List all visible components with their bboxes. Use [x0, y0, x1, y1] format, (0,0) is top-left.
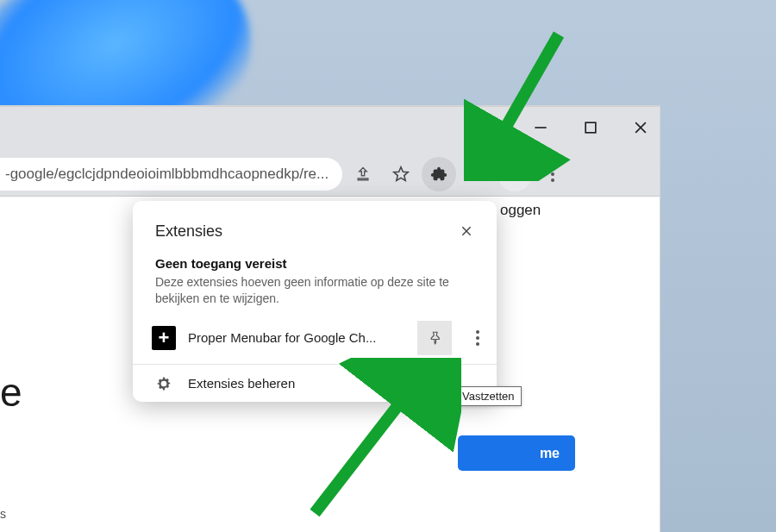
visible-page-text-e: e: [0, 369, 22, 416]
extension-name: Proper Menubar for Google Ch...: [188, 330, 405, 345]
window-titlebar: [0, 107, 660, 152]
window-maximize-icon[interactable]: [582, 119, 599, 140]
url-bar[interactable]: -google/egclcjdpndeoioimlbbbmdhcaopnedkp…: [0, 158, 342, 191]
svg-point-4: [512, 168, 518, 174]
sidepanel-icon[interactable]: [460, 157, 494, 191]
svg-rect-3: [478, 168, 484, 179]
address-bar-row: -google/egclcjdpndeoioimlbbbmdhcaopnedkp…: [0, 152, 660, 197]
visible-page-text-s: s: [0, 507, 6, 521]
pin-icon: [427, 330, 442, 346]
no-access-description: Deze extensies hoeven geen informatie op…: [155, 274, 474, 307]
no-access-title: Geen toegang vereist: [155, 256, 474, 271]
bookmark-star-icon[interactable]: [384, 157, 418, 191]
pin-extension-button[interactable]: [417, 321, 452, 355]
extensions-popup: Extensies Geen toegang vereist Deze exte…: [133, 201, 497, 402]
profile-avatar-icon[interactable]: [498, 157, 532, 191]
extension-row[interactable]: + Proper Menubar for Google Ch...: [133, 307, 497, 364]
extension-more-icon[interactable]: [464, 321, 491, 355]
svg-rect-1: [585, 122, 596, 133]
chrome-menu-icon[interactable]: [535, 157, 570, 191]
close-icon[interactable]: [454, 218, 479, 244]
visible-page-text-login: oggen: [500, 202, 541, 219]
visible-page-button[interactable]: me: [458, 435, 575, 471]
share-icon[interactable]: [346, 157, 380, 191]
visible-page-button-label: me: [540, 446, 560, 461]
gear-icon: [155, 375, 172, 392]
manage-extensions-button[interactable]: Extensies beheren: [133, 365, 497, 403]
no-access-section: Geen toegang vereist Deze extensies hoev…: [133, 253, 497, 307]
popup-title: Extensies: [155, 222, 222, 241]
window-minimize-icon[interactable]: [532, 119, 549, 140]
extensions-puzzle-icon[interactable]: [422, 157, 456, 191]
url-text: -google/egclcjdpndeoioimlbbbmdhcaopnedkp…: [5, 166, 329, 183]
pin-tooltip: Vastzetten: [454, 386, 522, 406]
tab-dropdown-icon[interactable]: [482, 119, 499, 140]
manage-extensions-label: Extensies beheren: [188, 376, 295, 391]
extension-icon: +: [152, 326, 176, 350]
window-close-icon[interactable]: [632, 119, 649, 140]
